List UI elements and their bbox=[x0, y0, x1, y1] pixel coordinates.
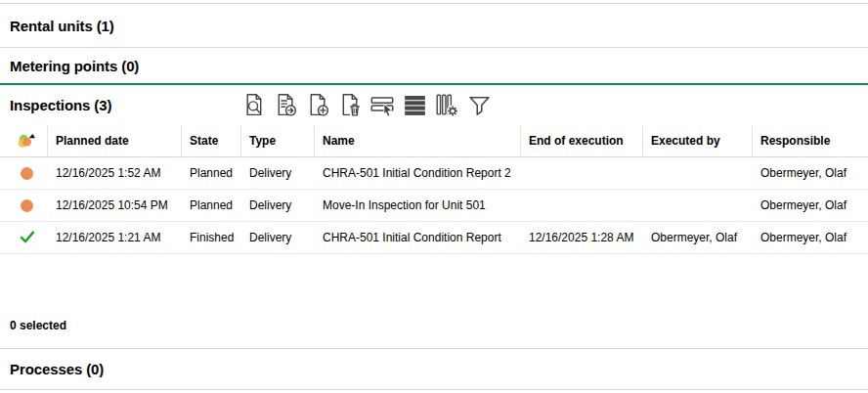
row-executed-by bbox=[643, 157, 753, 189]
row-status-cell bbox=[0, 222, 48, 253]
column-header-executed-by[interactable]: Executed by bbox=[643, 125, 753, 156]
select-rows-icon[interactable] bbox=[369, 90, 396, 119]
row-type: Delivery bbox=[241, 190, 315, 221]
row-planned-date: 12/16/2025 1:21 AM bbox=[48, 222, 182, 253]
divider bbox=[0, 389, 868, 390]
planned-status-icon bbox=[21, 199, 33, 212]
row-end-of-execution bbox=[521, 190, 643, 221]
row-planned-date: 12/16/2025 1:52 AM bbox=[48, 157, 182, 189]
selection-status: 0 selected bbox=[10, 319, 66, 332]
status-column-header[interactable] bbox=[0, 125, 48, 156]
row-state: Finished bbox=[182, 222, 241, 253]
inspections-table-header: Planned date State Type Name End of exec… bbox=[0, 125, 868, 157]
column-header-name[interactable]: Name bbox=[315, 125, 521, 156]
section-metering-points[interactable]: Metering points (0) bbox=[0, 48, 868, 83]
add-document-icon[interactable] bbox=[304, 90, 331, 119]
row-name: Move-In Inspection for Unit 501 bbox=[315, 190, 521, 221]
finished-check-icon bbox=[20, 231, 35, 244]
metering-points-title: Metering points (0) bbox=[10, 58, 139, 74]
section-inspections[interactable]: Inspections (3) bbox=[0, 85, 868, 125]
filter-icon[interactable] bbox=[465, 90, 493, 119]
row-executed-by bbox=[643, 190, 753, 221]
column-header-responsible[interactable]: Responsible bbox=[753, 125, 868, 156]
column-header-end-of-execution[interactable]: End of execution bbox=[521, 125, 643, 156]
inspections-toolbar bbox=[239, 90, 493, 119]
row-state: Planned bbox=[182, 190, 241, 221]
column-options-icon[interactable] bbox=[433, 90, 460, 119]
column-header-type[interactable]: Type bbox=[241, 125, 315, 156]
row-type: Delivery bbox=[241, 222, 315, 253]
row-end-of-execution: 12/16/2025 1:28 AM bbox=[521, 222, 643, 253]
inspection-row[interactable]: 12/16/2025 10:54 PMPlannedDeliveryMove-I… bbox=[0, 190, 868, 222]
row-planned-date: 12/16/2025 10:54 PM bbox=[48, 190, 182, 221]
row-responsible: Obermeyer, Olaf bbox=[753, 157, 868, 189]
section-processes[interactable]: Processes (0) bbox=[0, 349, 868, 389]
inspection-row[interactable]: 12/16/2025 1:21 AMFinishedDeliveryCHRA-5… bbox=[0, 222, 868, 254]
inspections-title: Inspections (3) bbox=[10, 97, 111, 113]
column-header-state[interactable]: State bbox=[182, 125, 241, 156]
selection-status-row: 0 selected bbox=[0, 319, 868, 332]
inspections-table-body: 12/16/2025 1:52 AMPlannedDeliveryCHRA-50… bbox=[0, 157, 868, 254]
sort-ascending-icon bbox=[28, 134, 34, 138]
row-status-cell bbox=[0, 190, 48, 221]
planned-status-icon bbox=[21, 167, 33, 180]
row-responsible: Obermeyer, Olaf bbox=[753, 222, 868, 253]
row-state: Planned bbox=[182, 157, 241, 189]
rental-units-title: Rental units (1) bbox=[10, 18, 114, 34]
preview-document-icon[interactable] bbox=[239, 90, 267, 119]
row-executed-by: Obermeyer, Olaf bbox=[643, 222, 753, 253]
section-rental-units[interactable]: Rental units (1) bbox=[0, 4, 868, 47]
inspection-row[interactable]: 12/16/2025 1:52 AMPlannedDeliveryCHRA-50… bbox=[0, 157, 868, 190]
column-header-planned-date[interactable]: Planned date bbox=[48, 125, 182, 156]
row-name: CHRA-501 Initial Condition Report bbox=[315, 222, 521, 253]
processes-title: Processes (0) bbox=[10, 361, 104, 377]
status-legend-icon bbox=[17, 133, 37, 150]
row-name: CHRA-501 Initial Condition Report 2 bbox=[315, 157, 521, 189]
row-type: Delivery bbox=[241, 157, 315, 189]
row-status-cell bbox=[0, 157, 48, 189]
delete-document-icon[interactable] bbox=[336, 90, 364, 119]
list-rows-icon[interactable] bbox=[401, 90, 428, 119]
open-document-icon[interactable] bbox=[272, 90, 299, 119]
row-end-of-execution bbox=[521, 157, 643, 189]
row-responsible: Obermeyer, Olaf bbox=[753, 190, 868, 221]
record-related-panel: Rental units (1) Metering points (0) Ins… bbox=[0, 0, 868, 393]
